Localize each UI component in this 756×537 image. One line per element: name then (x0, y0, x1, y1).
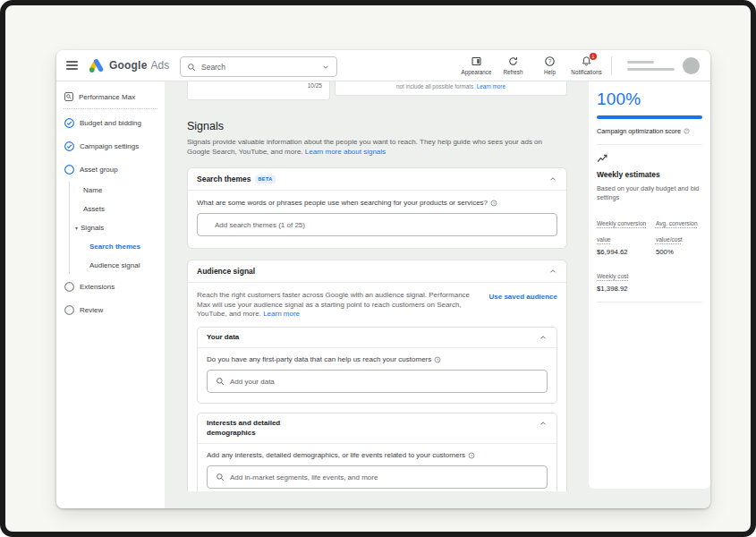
expand-caret-icon: ▾ (75, 225, 78, 231)
sidebar-item-search-themes[interactable]: Search themes (56, 237, 165, 256)
question-text: Add any interests, detailed demographics… (207, 451, 465, 459)
your-data-input[interactable] (230, 378, 539, 386)
sidebar-item-review[interactable]: Review (56, 298, 165, 321)
sidebar-item-campaign-type[interactable]: Performance Max (56, 89, 165, 105)
search-themes-input[interactable] (206, 221, 548, 229)
radio-circle-icon-active (64, 164, 75, 175)
help-button[interactable]: ? Help (531, 54, 568, 75)
subitem-label: Signals (81, 224, 104, 232)
step-label: Campaign settings (80, 142, 139, 150)
search-themes-title: Search themes (197, 175, 251, 183)
sidebar-item-budget-and-bidding[interactable]: Budget and bidding (56, 111, 165, 134)
campaign-type-icon (64, 91, 74, 102)
svg-text:?: ? (437, 357, 439, 362)
learn-more-about-signals-link[interactable]: Learn more about signals (305, 148, 386, 156)
collapse-button[interactable] (539, 419, 548, 428)
refresh-button[interactable]: Refresh (495, 54, 531, 75)
appearance-label: Appearance (462, 69, 492, 75)
help-icon: ? (544, 55, 556, 67)
left-nav: Performance Max Budget and bidding Ca (56, 81, 165, 508)
metric-weekly-cost: Weekly cost $1,398.92 (597, 266, 650, 293)
help-circle-icon[interactable]: ? (434, 356, 441, 363)
collapse-button[interactable] (548, 175, 557, 183)
refresh-label: Refresh (503, 69, 522, 75)
svg-text:?: ? (548, 58, 552, 64)
sidebar-item-signals[interactable]: ▾ Signals (56, 218, 165, 237)
logo-text-ads: Ads (151, 59, 170, 72)
cutoff-card-left: 10/25 (187, 81, 330, 100)
sidebar-item-asset-group[interactable]: Asset group (56, 158, 165, 181)
svg-text:?: ? (471, 453, 473, 457)
search-icon (187, 63, 196, 72)
subitem-label: Name (83, 186, 102, 194)
interests-card-header[interactable]: Interests and detailed demographics (198, 413, 556, 444)
help-circle-icon[interactable]: ? (684, 128, 690, 134)
question-text: Do you have any first-party data that ca… (207, 355, 431, 363)
chevron-up-icon (539, 419, 548, 428)
notifications-button[interactable]: 1 Notifications (568, 54, 605, 75)
metric-label[interactable]: Weekly conversion value (597, 220, 646, 243)
check-circle-icon (64, 141, 75, 152)
use-saved-audience-link[interactable]: Use saved audience (489, 293, 557, 320)
your-data-card: Your data Do you have an (197, 327, 557, 405)
search-input[interactable] (201, 63, 316, 72)
toolbar-actions: Appearance Refresh ? Help (458, 54, 605, 75)
chevron-down-icon[interactable] (321, 63, 330, 72)
audience-signal-description: Reach the right customers faster across … (197, 291, 479, 320)
search-themes-input-box[interactable] (197, 213, 557, 236)
subitem-label: Assets (83, 205, 105, 213)
appearance-icon (471, 55, 482, 67)
learn-more-link[interactable]: Learn more (477, 83, 505, 90)
previous-section-cards: 10/25 not include all possible formats. … (187, 81, 567, 100)
weekly-estimates-title: Weekly estimates (597, 170, 702, 179)
metric-avg-conversion-value-cost: Avg. conversion value/cost 500% (656, 213, 702, 256)
hamburger-menu-icon[interactable] (66, 61, 78, 70)
collapse-button[interactable] (548, 267, 557, 276)
svg-text:?: ? (493, 200, 496, 205)
appearance-button[interactable]: Appearance (458, 54, 495, 75)
account-area[interactable] (627, 57, 700, 74)
learn-more-link[interactable]: Learn more (263, 310, 300, 318)
sidebar-dotted-divider (64, 108, 157, 109)
sidebar-item-campaign-settings[interactable]: Campaign settings (56, 134, 165, 158)
sidebar-item-extensions[interactable]: Extensions (56, 275, 165, 298)
interests-input-box[interactable] (207, 465, 548, 489)
step-label: Asset group (80, 166, 118, 174)
main-content: 10/25 not include all possible formats. … (165, 81, 589, 508)
search-themes-card-header[interactable]: Search themes BETA (188, 168, 566, 191)
your-data-input-box[interactable] (207, 370, 548, 393)
help-circle-icon[interactable]: ? (490, 200, 497, 207)
your-data-card-header[interactable]: Your data (198, 328, 556, 349)
audience-description-text: Reach the right customers faster across … (197, 291, 470, 318)
app-window: Google Ads Appear (56, 50, 710, 508)
svg-text:?: ? (686, 130, 688, 133)
notifications-label: Notifications (571, 69, 601, 75)
avatar[interactable] (683, 57, 700, 74)
google-ads-logo-icon (88, 58, 105, 73)
metric-label[interactable]: Weekly cost (597, 273, 628, 279)
collapse-button[interactable] (539, 333, 548, 342)
sidebar-item-audience-signal[interactable]: Audience signal (56, 256, 165, 275)
chevron-up-icon (539, 333, 548, 342)
interests-title: Interests and detailed demographics (207, 419, 307, 438)
metric-label[interactable]: Avg. conversion value/cost (656, 220, 698, 243)
sidebar-item-name[interactable]: Name (56, 181, 165, 200)
interests-input[interactable] (230, 473, 539, 482)
scroll-viewport[interactable]: 10/25 not include all possible formats. … (165, 81, 589, 491)
beta-badge: BETA (255, 175, 275, 183)
global-search-box[interactable] (180, 56, 337, 77)
metric-weekly-conversion-value: Weekly conversion value $6,994.62 (597, 213, 650, 256)
your-data-question: Do you have any first-party data that ca… (207, 355, 548, 363)
subitem-label: Audience signal (89, 261, 140, 269)
search-themes-question: What are some words or phrases people us… (197, 199, 557, 207)
step-label: Budget and bidding (80, 119, 141, 127)
audience-signal-card-header[interactable]: Audience signal (188, 260, 566, 283)
step-label: Extensions (80, 283, 115, 291)
cutoff-card-right: not include all possible formats. Learn … (335, 81, 567, 96)
refresh-icon (507, 55, 519, 67)
audience-signal-title: Audience signal (197, 267, 255, 276)
panel-divider (597, 144, 702, 145)
help-circle-icon[interactable]: ? (468, 452, 475, 459)
sidebar-item-assets[interactable]: Assets (56, 200, 165, 218)
chevron-up-icon (548, 267, 557, 276)
